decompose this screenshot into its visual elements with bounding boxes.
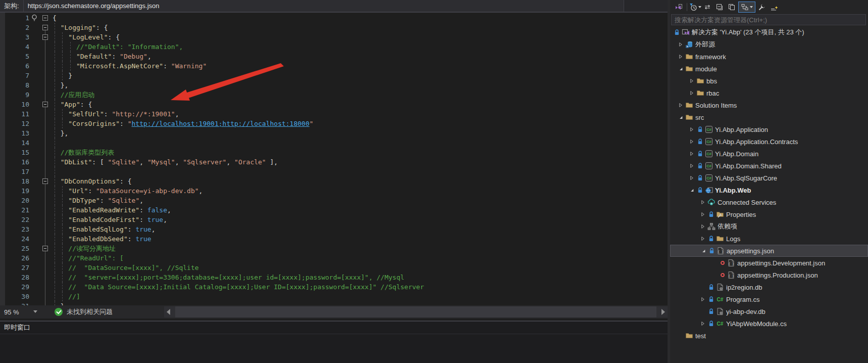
new-editorconfig-button[interactable] (769, 2, 780, 13)
tree-row-connected-services[interactable]: Connected Services (670, 196, 868, 208)
tree-item-label: Yi.Abp.SqlSugarCore (715, 174, 777, 182)
collapse-all-button[interactable] (714, 2, 725, 13)
tree-row-yi.abp.web[interactable]: Yi.Abp.Web (670, 184, 868, 196)
code-line: "EnabledReadWrite": false, (53, 205, 171, 215)
tree-row-solution-items[interactable]: Solution Items (670, 99, 868, 111)
chevron-collapsed-icon[interactable] (688, 150, 696, 158)
chevron-collapsed-icon[interactable] (688, 174, 696, 182)
toolbar-separator (687, 3, 687, 11)
tree-row-yi.abp.application[interactable]: C#Yi.Abp.Application (670, 123, 868, 135)
chevron-collapsed-icon[interactable] (677, 101, 685, 109)
tree-row-rbac[interactable]: rbac (670, 87, 868, 99)
tree-row-yiabpwebmodule.cs[interactable]: C#YiAbpWebModule.cs (670, 317, 868, 330)
chevron-collapsed-icon[interactable] (699, 235, 707, 243)
preview-selected-items-icon (741, 3, 749, 11)
svg-text:C#: C# (717, 297, 723, 302)
preview-selected-items-button[interactable] (738, 2, 755, 13)
tree-row-framework[interactable]: framework (670, 51, 868, 63)
chevron-collapsed-icon[interactable] (699, 198, 707, 206)
line-number: 1 (12, 13, 29, 23)
horizontal-scrollbar[interactable] (164, 306, 668, 317)
chevron-collapsed-icon[interactable] (699, 320, 707, 328)
switch-views-button[interactable] (673, 2, 684, 13)
fold-toggle-icon[interactable] (42, 34, 48, 40)
chevron-collapsed-icon[interactable] (677, 53, 685, 61)
fold-toggle-icon[interactable] (42, 102, 48, 107)
tree-item-label: Connected Services (718, 199, 776, 206)
breakpoint-margin[interactable] (0, 13, 5, 305)
tree-item-label: src (695, 114, 704, 121)
document-health-indicator[interactable]: 未找到相关问题 (55, 305, 113, 319)
fold-toggle-icon[interactable] (42, 15, 48, 21)
chevron-collapsed-icon[interactable] (688, 77, 696, 85)
scroll-left-icon[interactable] (167, 309, 170, 315)
tree-item-label: rbac (706, 89, 719, 97)
chevron-down-icon (698, 6, 701, 8)
chevron-collapsed-icon[interactable] (688, 125, 696, 133)
expander-spacer (699, 307, 707, 315)
pending-changes-filter-button[interactable] (690, 2, 701, 13)
code-editor[interactable]: 1{2 "Logging": {3 "LogLevel": {4 //"Defa… (0, 13, 668, 305)
chevron-collapsed-icon[interactable] (688, 162, 696, 170)
tree-row-bbs[interactable]: bbs (670, 75, 868, 87)
tree-row-yi.abp.sqlsugarcore[interactable]: C#Yi.Abp.SqlSugarCore (670, 172, 868, 184)
chevron-expanded-icon[interactable] (677, 113, 685, 121)
lightbulb-icon[interactable] (30, 14, 38, 22)
line-number: 28 (12, 273, 29, 282)
tree-item-label: appsettings.Development.json (737, 259, 825, 267)
code-line: "DbConnOptions": { (53, 176, 132, 186)
zoom-level-value: 95 % (4, 308, 19, 316)
tree-row-properties[interactable]: Properties (670, 208, 868, 220)
line-number: 17 (12, 167, 29, 176)
line-number: 4 (12, 42, 29, 52)
tree-row--[interactable]: 外部源 (670, 38, 868, 51)
line-number: 7 (12, 71, 29, 80)
svg-text:C#: C# (706, 176, 711, 180)
fold-toggle-icon[interactable] (42, 25, 48, 30)
code-line: { (53, 13, 57, 23)
tree-item-label: appsettings.json (727, 247, 774, 255)
tree-row-yi-abp-dev.db[interactable]: yi-abp-dev.db (670, 305, 868, 317)
search-input[interactable] (671, 14, 866, 25)
tree-row-appsettings.json[interactable]: { }appsettings.json (670, 245, 868, 257)
connected-services-icon (707, 198, 716, 206)
chevron-expanded-icon[interactable] (699, 247, 707, 255)
chevron-collapsed-icon[interactable] (677, 40, 685, 49)
tree-row--[interactable]: 依赖项 (670, 220, 868, 233)
line-number: 2 (12, 23, 29, 32)
chevron-collapsed-icon[interactable] (688, 138, 696, 146)
tree-row-module[interactable]: module (670, 63, 868, 75)
tree-row-logs[interactable]: Logs (670, 233, 868, 245)
tree-row-src[interactable]: src (670, 111, 868, 123)
properties-button[interactable] (756, 2, 768, 13)
tree-row-program.cs[interactable]: C#Program.cs (670, 293, 868, 305)
chevron-expanded-icon[interactable] (677, 65, 685, 73)
scroll-right-icon[interactable] (661, 309, 665, 315)
zoom-level-dropdown[interactable]: 95 % (0, 305, 42, 319)
chevron-collapsed-icon[interactable] (699, 222, 707, 231)
fold-toggle-icon[interactable] (42, 246, 48, 251)
svg-text:C#: C# (706, 140, 711, 144)
sync-with-active-document-button[interactable] (702, 2, 713, 13)
show-all-files-button[interactable] (726, 2, 737, 13)
tree-row-appsettings.production.json[interactable]: { }appsettings.Production.json (670, 269, 868, 281)
immediate-window-title[interactable]: 即时窗口 (0, 322, 668, 334)
tree-row-ip2region.db[interactable]: ip2region.db (670, 281, 868, 293)
tree-row-yi.abp.domain.shared[interactable]: C#Yi.Abp.Domain.Shared (670, 160, 868, 172)
chevron-collapsed-icon[interactable] (699, 210, 707, 218)
chevron-expanded-icon[interactable] (688, 186, 696, 194)
chevron-collapsed-icon[interactable] (699, 295, 707, 303)
folder-icon (696, 77, 704, 85)
tree-row-test[interactable]: test (670, 330, 868, 342)
scrollbar-thumb[interactable] (175, 306, 656, 317)
tree-row-yi.abp.domain[interactable]: C#Yi.Abp.Domain (670, 148, 868, 160)
fold-toggle-icon[interactable] (42, 178, 48, 184)
tree-row-yi.abp.application.contracts[interactable]: C#Yi.Abp.Application.Contracts (670, 135, 868, 148)
solution-explorer-panel: 解决方案 'Yi.Abp' (23 个项目, 共 23 个)外部源framewo… (670, 0, 868, 363)
line-number: 19 (12, 186, 29, 196)
schema-url-combobox[interactable]: https://json.schemastore.org/appsettings… (23, 0, 624, 12)
lock-icon (673, 28, 681, 36)
tree-row--yi.abp-23-23-[interactable]: 解决方案 'Yi.Abp' (23 个项目, 共 23 个) (670, 26, 868, 38)
chevron-collapsed-icon[interactable] (688, 89, 696, 97)
tree-row-appsettings.development.json[interactable]: { }appsettings.Development.json (670, 257, 868, 269)
